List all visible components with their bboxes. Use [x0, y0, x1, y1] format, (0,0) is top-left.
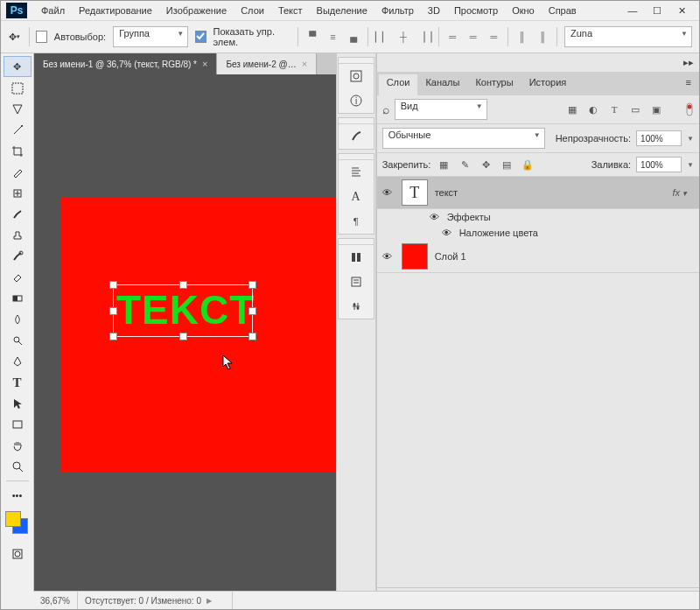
window-close-button[interactable]: ✕ — [669, 1, 694, 20]
history-brush-tool[interactable] — [7, 247, 28, 266]
menu-window[interactable]: Окно — [505, 4, 542, 18]
align-vcenter-icon[interactable]: ≡ — [326, 29, 340, 45]
fx-effects-label[interactable]: Эффекты — [447, 212, 491, 222]
shape-tool[interactable] — [7, 415, 28, 434]
paths-panel-tab[interactable]: Контуры — [467, 74, 521, 95]
canvas-area[interactable]: TEKCT — [34, 74, 336, 609]
zoom-tool[interactable] — [7, 457, 28, 476]
window-minimize-button[interactable]: — — [620, 1, 645, 20]
gradient-tool[interactable] — [7, 289, 28, 308]
opacity-input[interactable]: 100% — [636, 130, 682, 146]
menu-help[interactable]: Справ — [542, 4, 584, 18]
paragraph-panel-icon[interactable] — [346, 163, 366, 182]
quickmask-tool[interactable] — [7, 544, 28, 564]
pen-tool[interactable] — [7, 352, 28, 371]
artboard[interactable]: TEKCT — [60, 197, 336, 473]
menu-text[interactable]: Текст — [271, 4, 310, 18]
filter-shape-icon[interactable]: ▭ — [627, 102, 643, 117]
character-panel-icon[interactable]: A — [346, 187, 366, 207]
document-tab-1[interactable]: Без имени-1 @ 36,7% (текст, RGB/8) * × — [34, 53, 217, 74]
menu-filter[interactable]: Фильтр — [374, 4, 421, 18]
visibility-toggle-icon[interactable]: 👁 — [430, 212, 442, 222]
autoselect-mode-select[interactable]: Группа — [113, 26, 188, 47]
close-tab-icon[interactable]: × — [202, 59, 207, 69]
align-left-icon[interactable]: ▏▏ — [375, 29, 389, 45]
edit-toolbar-icon[interactable]: ••• — [7, 486, 28, 505]
brushes-panel-icon[interactable] — [346, 127, 366, 146]
transform-selection[interactable]: TEKCT — [113, 284, 253, 337]
menu-layers[interactable]: Слои — [234, 4, 271, 18]
layer-filter-select[interactable]: Вид — [395, 99, 487, 120]
healing-tool[interactable] — [7, 184, 28, 203]
visibility-toggle-icon[interactable]: 👁 — [382, 187, 395, 198]
window-maximize-button[interactable]: ☐ — [645, 1, 669, 20]
autoselect-checkbox[interactable] — [36, 31, 46, 43]
hand-tool[interactable] — [7, 436, 28, 455]
align-hcenter-icon[interactable]: ┼ — [396, 29, 410, 45]
collapse-panels-icon[interactable]: ▸▸ — [683, 57, 694, 68]
menu-view[interactable]: Просмотр — [447, 4, 505, 18]
lock-all-icon[interactable]: 🔒 — [520, 157, 536, 172]
eraser-tool[interactable] — [7, 268, 28, 287]
show-controls-checkbox[interactable] — [195, 31, 206, 43]
align-top-icon[interactable]: ▝▘ — [305, 29, 319, 45]
channels-panel-tab[interactable]: Каналы — [417, 74, 467, 95]
notes-panel-icon[interactable] — [346, 272, 366, 291]
menu-edit[interactable]: Редактирование — [72, 4, 159, 18]
brush-tool[interactable] — [7, 205, 28, 224]
filter-smart-icon[interactable]: ▣ — [648, 102, 664, 117]
type-tool[interactable]: T — [7, 373, 28, 392]
libraries-panel-icon[interactable] — [346, 248, 366, 267]
menu-3d[interactable]: 3D — [421, 4, 447, 18]
color-swatches[interactable] — [5, 511, 30, 536]
lock-paint-icon[interactable]: ✎ — [457, 157, 472, 172]
layers-panel-tab[interactable]: Слои — [379, 74, 418, 95]
layer-name[interactable]: Слой 1 — [435, 251, 466, 262]
document-tab-2[interactable]: Без имени-2 @… × — [217, 53, 317, 74]
lock-artboard-icon[interactable]: ▤ — [499, 157, 514, 172]
distribute-bottom-icon[interactable]: ═ — [487, 29, 501, 45]
font-preset-select[interactable]: Zuna — [564, 26, 692, 47]
align-bottom-icon[interactable]: ▗▖ — [346, 29, 360, 45]
chevron-right-icon[interactable]: ▶ — [206, 597, 212, 605]
filter-adjust-icon[interactable]: ◐ — [585, 102, 601, 117]
visibility-toggle-icon[interactable]: 👁 — [442, 228, 454, 238]
dodge-tool[interactable] — [7, 331, 28, 350]
close-tab-icon[interactable]: × — [302, 59, 307, 69]
text-layer-content[interactable]: TEKCT — [113, 284, 253, 330]
fx-coloroverlay-label[interactable]: Наложение цвета — [459, 228, 538, 238]
history-panel-tab[interactable]: История — [522, 74, 575, 95]
distribute-vcenter-icon[interactable]: ═ — [466, 29, 480, 45]
move-tool[interactable]: ✥ — [4, 56, 32, 77]
layer-name[interactable]: текст — [435, 187, 458, 198]
filter-type-icon[interactable]: T — [606, 102, 622, 117]
panel-menu-icon[interactable]: ≡ — [678, 74, 699, 95]
fx-badge[interactable]: fx ▾ — [672, 187, 687, 198]
distribute-right-icon[interactable]: ║ — [536, 29, 550, 45]
layer-row-text[interactable]: 👁 T текст fx ▾ — [377, 177, 699, 209]
stamp-tool[interactable] — [7, 226, 28, 245]
zoom-level[interactable]: 36,67% — [33, 592, 78, 609]
fg-color-swatch[interactable] — [5, 511, 21, 527]
menu-file[interactable]: Файл — [34, 4, 72, 18]
status-info[interactable]: Отсутствует: 0 / Изменено: 0 ▶ — [78, 592, 233, 609]
blur-tool[interactable] — [7, 310, 28, 329]
glyphs-panel-icon[interactable]: ¶ — [346, 212, 366, 231]
menu-select[interactable]: Выделение — [310, 4, 374, 18]
chevron-down-icon[interactable]: ▼ — [687, 135, 694, 143]
history-panel-icon[interactable] — [346, 67, 366, 86]
lock-pixels-icon[interactable]: ▦ — [436, 157, 452, 172]
distribute-top-icon[interactable]: ═ — [445, 29, 459, 45]
fill-input[interactable]: 100% — [636, 157, 682, 172]
lasso-tool[interactable] — [7, 100, 28, 119]
lock-position-icon[interactable]: ✥ — [478, 157, 494, 172]
info-panel-icon[interactable]: i — [346, 91, 366, 110]
crop-tool[interactable] — [7, 142, 28, 161]
menu-image[interactable]: Изображение — [159, 4, 234, 18]
adjustments-panel-icon[interactable] — [346, 297, 366, 316]
marquee-tool[interactable] — [7, 79, 28, 98]
layer-row-1[interactable]: 👁 Слой 1 — [377, 241, 699, 273]
path-select-tool[interactable] — [7, 394, 28, 413]
magic-wand-tool[interactable] — [7, 121, 28, 140]
distribute-left-icon[interactable]: ║ — [515, 29, 529, 45]
